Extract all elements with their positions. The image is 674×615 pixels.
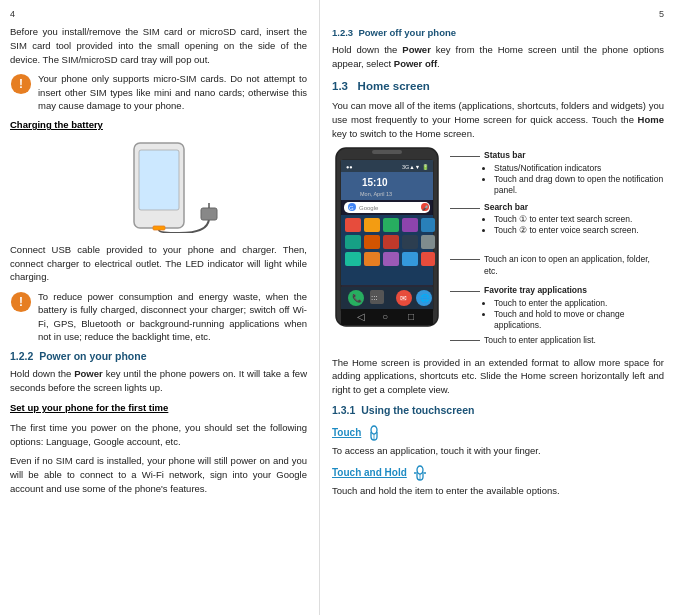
svg-rect-34 bbox=[421, 235, 435, 249]
touch-and-hold-section: Touch and Hold Touch and hold the item t… bbox=[332, 464, 664, 498]
phone-annotations: Status bar Status/Notification indicator… bbox=[450, 146, 664, 349]
tip-box-1: ! Your phone only supports micro-SIM car… bbox=[10, 72, 307, 112]
svg-text::::: ::: bbox=[371, 293, 378, 302]
svg-text:🌐: 🌐 bbox=[420, 293, 430, 303]
search-bullet-2: Touch ② to enter voice search screen. bbox=[494, 225, 639, 236]
svg-text:Google: Google bbox=[359, 205, 379, 211]
touch-description: To access an application, touch it with … bbox=[332, 444, 664, 458]
svg-rect-5 bbox=[201, 208, 217, 220]
search-bar-text: Search bar Touch ① to enter text search … bbox=[484, 202, 639, 237]
svg-point-59 bbox=[414, 472, 416, 474]
fav-bullet-1: Touch to enter the application. bbox=[494, 298, 664, 309]
touch-heading: Touch bbox=[332, 424, 664, 442]
power-on-text: Hold down the Power key until the phone … bbox=[10, 367, 307, 395]
fav-tray-text: Favorite tray applications Touch to ente… bbox=[484, 285, 664, 331]
svg-rect-32 bbox=[383, 235, 399, 249]
fav-tray-annotation: Favorite tray applications Touch to ente… bbox=[450, 285, 664, 331]
svg-text:○: ○ bbox=[382, 311, 388, 322]
svg-text:15:10: 15:10 bbox=[362, 177, 388, 188]
phone-svg-wrapper: ●● 3G▲▼ 🔋 15:10 Mon, April 13 Google G 🎤 bbox=[332, 146, 442, 349]
app-list-annotation: Touch to enter application list. bbox=[450, 335, 664, 346]
svg-rect-25 bbox=[345, 218, 361, 232]
section-122-heading: 1.2.2 Power on your phone bbox=[10, 349, 307, 364]
svg-rect-36 bbox=[364, 252, 380, 266]
touch-section: Touch To access an application, touch it… bbox=[332, 424, 664, 458]
setup-text: The first time you power on the phone, y… bbox=[10, 421, 307, 449]
charging-illustration bbox=[10, 138, 307, 237]
charging-svg bbox=[89, 138, 229, 233]
tip-icon-1: ! bbox=[10, 73, 32, 95]
svg-rect-35 bbox=[345, 252, 361, 266]
left-page-number: 4 bbox=[10, 8, 307, 21]
search-bullet-1: Touch ① to enter text search screen. bbox=[494, 214, 639, 225]
fav-tray-bullets: Touch to enter the application. Touch an… bbox=[484, 298, 664, 331]
svg-rect-26 bbox=[364, 218, 380, 232]
setup-heading: Set up your phone for the first time bbox=[10, 401, 307, 415]
svg-text:G: G bbox=[349, 205, 354, 211]
section-123-heading: 1.2.3 Power off your phone bbox=[332, 26, 664, 40]
search-bar-annotation: Search bar Touch ① to enter text search … bbox=[450, 202, 664, 237]
svg-point-60 bbox=[424, 472, 426, 474]
intro-paragraph: Before you install/remove the SIM card o… bbox=[10, 25, 307, 66]
svg-point-57 bbox=[417, 466, 423, 474]
power-off-text: Hold down the Power key from the Home sc… bbox=[332, 43, 664, 71]
svg-rect-37 bbox=[383, 252, 399, 266]
svg-rect-28 bbox=[402, 218, 418, 232]
svg-point-55 bbox=[371, 426, 377, 434]
fav-bullet-2: Touch and hold to move or change applica… bbox=[494, 309, 664, 331]
svg-text:🎤: 🎤 bbox=[422, 205, 429, 212]
svg-text:✉: ✉ bbox=[400, 294, 407, 303]
svg-text:◁: ◁ bbox=[357, 311, 365, 322]
phone-mockup-svg: ●● 3G▲▼ 🔋 15:10 Mon, April 13 Google G 🎤 bbox=[332, 146, 442, 328]
left-column: 4 Before you install/remove the SIM card… bbox=[0, 0, 320, 615]
svg-rect-30 bbox=[345, 235, 361, 249]
right-column: 5 1.2.3 Power off your phone Hold down t… bbox=[320, 0, 674, 615]
svg-rect-3 bbox=[139, 150, 179, 210]
svg-rect-31 bbox=[364, 235, 380, 249]
svg-text:□: □ bbox=[408, 311, 414, 322]
icon-annotation: Touch an icon to open an application, fo… bbox=[450, 254, 664, 277]
icon-label-text: Touch an icon to open an application, fo… bbox=[484, 254, 664, 277]
app-list-label-text: Touch to enter application list. bbox=[484, 335, 596, 346]
svg-text:📞: 📞 bbox=[352, 293, 362, 303]
svg-text:●●: ●● bbox=[346, 164, 353, 170]
section-13-heading: 1.3 Home screen bbox=[332, 78, 664, 95]
touch-icon bbox=[365, 424, 383, 442]
status-bar-bullets: Status/Notification indicators Touch and… bbox=[484, 163, 664, 196]
charging-heading: Charging the battery bbox=[10, 118, 307, 132]
status-bullet-2: Touch and drag down to open the notifica… bbox=[494, 174, 664, 196]
no-sim-text: Even if no SIM card is installed, your p… bbox=[10, 454, 307, 495]
status-bar-text: Status bar Status/Notification indicator… bbox=[484, 150, 664, 196]
section-131-heading: 1.3.1 Using the touchscreen bbox=[332, 403, 664, 418]
status-bar-annotation: Status bar Status/Notification indicator… bbox=[450, 150, 664, 196]
svg-text:!: ! bbox=[19, 295, 23, 309]
phone-mockup-section: ●● 3G▲▼ 🔋 15:10 Mon, April 13 Google G 🎤 bbox=[332, 146, 664, 349]
svg-rect-29 bbox=[421, 218, 435, 232]
svg-rect-18 bbox=[344, 202, 430, 213]
charging-desc: Connect USB cable provided to your phone… bbox=[10, 243, 307, 284]
svg-rect-39 bbox=[421, 252, 435, 266]
svg-rect-7 bbox=[153, 226, 165, 230]
right-page-number: 5 bbox=[332, 8, 664, 21]
tip-text-1: Your phone only supports micro-SIM cards… bbox=[38, 72, 307, 112]
status-bullet-1: Status/Notification indicators bbox=[494, 163, 664, 174]
search-bar-bullets: Touch ① to enter text search screen. Tou… bbox=[484, 214, 639, 236]
home-screen-intro: You can move all of the items (applicati… bbox=[332, 99, 664, 140]
svg-text:Mon, April 13: Mon, April 13 bbox=[360, 191, 392, 197]
svg-rect-33 bbox=[402, 235, 418, 249]
svg-rect-27 bbox=[383, 218, 399, 232]
tip-icon-2: ! bbox=[10, 291, 32, 313]
touch-hold-icon bbox=[411, 464, 429, 482]
home-extended-text: The Home screen is provided in an extend… bbox=[332, 356, 664, 397]
touch-and-hold-heading: Touch and Hold bbox=[332, 464, 664, 482]
touch-and-hold-description: Touch and hold the item to enter the ava… bbox=[332, 484, 664, 498]
svg-rect-38 bbox=[402, 252, 418, 266]
tip-box-2: ! To reduce power consumption and energy… bbox=[10, 290, 307, 343]
svg-text:!: ! bbox=[19, 77, 23, 91]
tip-text-2: To reduce power consumption and energy w… bbox=[38, 290, 307, 343]
svg-text:3G▲▼ 🔋: 3G▲▼ 🔋 bbox=[402, 163, 429, 171]
page: 4 Before you install/remove the SIM card… bbox=[0, 0, 674, 615]
svg-rect-54 bbox=[372, 150, 402, 154]
